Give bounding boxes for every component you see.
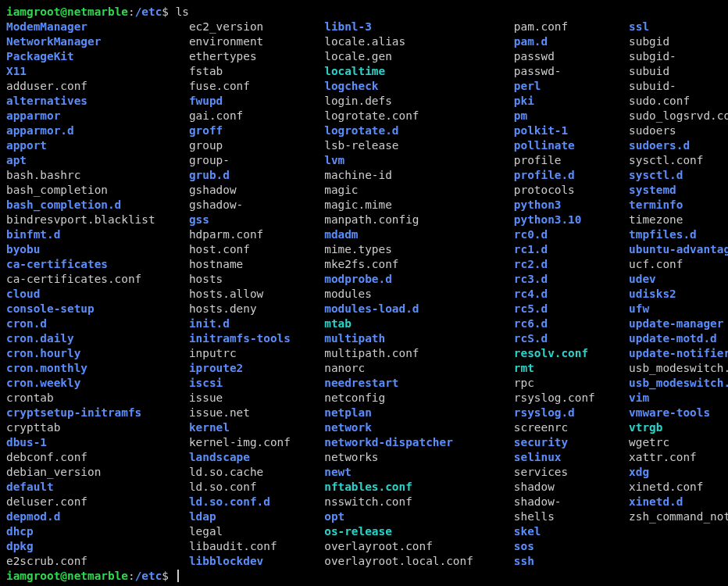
ls-entry: pm [514, 109, 629, 123]
ls-row: bindresvport.blacklist gss manpath.confi… [6, 213, 722, 227]
cursor[interactable] [177, 570, 179, 582]
ls-entry: tmpfiles.d [629, 227, 697, 242]
ls-entry: locale.gen [324, 49, 514, 64]
ls-entry: os-release [324, 524, 514, 539]
ls-entry: pam.conf [514, 20, 629, 34]
ls-entry: manpath.config [324, 213, 514, 227]
ls-entry: newt [324, 465, 514, 480]
ls-entry: hosts.deny [189, 302, 324, 316]
ls-row: cron.hourly inputrc multipath.conf resol… [6, 346, 722, 361]
ls-entry: libnl-3 [324, 20, 514, 34]
ls-row: byobu host.conf mime.types rc1.d ubuntu-… [6, 242, 722, 257]
ls-row: e2scrub.conf libblockdev overlayroot.loc… [6, 554, 722, 569]
ls-entry: gai.conf [189, 109, 324, 123]
ls-entry: shadow- [514, 495, 629, 509]
ls-row: cron.weekly iscsi needrestart rpc usb_mo… [6, 376, 722, 391]
ls-entry: alternatives [6, 94, 189, 109]
ls-entry: apport [6, 138, 189, 153]
ls-entry: login.defs [324, 94, 514, 109]
ls-entry: initramfs-tools [189, 331, 324, 346]
ls-entry: sudo.conf [629, 94, 690, 109]
prompt-at-2: @ [60, 570, 67, 582]
ls-entry: gss [189, 213, 324, 227]
terminal[interactable]: iamgroot@netmarble:/etc$ ls ModemManager… [0, 0, 728, 586]
ls-entry: multipath [324, 331, 514, 346]
ls-entry: overlayroot.conf [324, 539, 514, 554]
ls-entry: magic.mime [324, 198, 514, 213]
ls-entry: fstab [189, 64, 324, 79]
ls-entry: xdg [629, 465, 649, 480]
ls-entry: update-manager [629, 316, 723, 331]
ls-entry: pam.d [514, 34, 629, 49]
ls-entry: machine-id [324, 168, 514, 183]
ls-entry: modules [324, 287, 514, 302]
ls-entry: subgid- [629, 49, 676, 64]
ls-entry: selinux [514, 450, 629, 465]
ls-entry: nsswitch.conf [324, 495, 514, 509]
ls-entry: ssh [514, 554, 629, 569]
ls-entry: networks [324, 450, 514, 465]
ls-row: deluser.conf ld.so.conf.d nsswitch.conf … [6, 495, 722, 509]
ls-entry: network [324, 420, 514, 435]
ls-entry: perl [514, 79, 629, 94]
ls-entry: ufw [629, 302, 649, 316]
ls-entry: xinetd.conf [629, 480, 703, 495]
ls-entry: needrestart [324, 376, 514, 391]
ls-row: depmod.d ldap opt shells zsh_command_not… [6, 509, 722, 524]
ls-entry: landscape [189, 450, 324, 465]
ls-row: ca-certificates.conf hosts modprobe.d rc… [6, 272, 722, 287]
ls-entry: rmt [514, 361, 629, 376]
ls-row: ModemManager ec2_version libnl-3 pam.con… [6, 20, 722, 34]
ls-row: cloud hosts.allow modules rc4.d udisks2 [6, 287, 722, 302]
ls-entry: hostname [189, 257, 324, 272]
ls-entry: bash.bashrc [6, 168, 189, 183]
ls-entry: sudoers [629, 123, 676, 138]
ls-entry: sudo_logsrvd.conf [629, 109, 728, 123]
ls-entry: adduser.conf [6, 79, 189, 94]
ls-entry: rc0.d [514, 227, 629, 242]
ls-entry: rc3.d [514, 272, 629, 287]
ls-row: dhcp legal os-release skel [6, 524, 722, 539]
ls-row: debconf.conf landscape networks selinux … [6, 450, 722, 465]
ls-row: apt group- lvm profile sysctl.conf [6, 153, 722, 168]
ls-entry: cron.daily [6, 331, 189, 346]
ls-entry: rc1.d [514, 242, 629, 257]
ls-entry: issue.net [189, 406, 324, 420]
ls-entry: magic [324, 183, 514, 198]
ls-entry: gshadow [189, 183, 324, 198]
ls-entry: depmod.d [6, 509, 189, 524]
ls-entry: deluser.conf [6, 495, 189, 509]
command-text: ls [176, 5, 189, 18]
prompt-line-2[interactable]: iamgroot@netmarble:/etc$ [6, 569, 722, 584]
ls-entry: rsyslog.d [514, 406, 629, 420]
ls-entry: hosts.allow [189, 287, 324, 302]
ls-entry: update-notifier [629, 346, 728, 361]
ls-entry: hdparm.conf [189, 227, 324, 242]
ls-entry: lsb-release [324, 138, 514, 153]
prompt-host: netmarble [67, 5, 128, 18]
ls-row: bash.bashrc grub.d machine-id profile.d … [6, 168, 722, 183]
prompt-dollar-2: $ [162, 570, 175, 582]
prompt-host-2: netmarble [67, 570, 128, 582]
ls-output: ModemManager ec2_version libnl-3 pam.con… [6, 20, 722, 569]
ls-entry: rpc [514, 376, 629, 391]
ls-row: console-setup hosts.deny modules-load.d … [6, 302, 722, 316]
ls-row: bash_completion.d gshadow- magic.mime py… [6, 198, 722, 213]
ls-entry: overlayroot.local.conf [324, 554, 514, 569]
ls-entry: xinetd.d [629, 495, 683, 509]
ls-entry: crontab [6, 391, 189, 406]
prompt-user-2: iamgroot [6, 570, 60, 582]
ls-entry: fwupd [189, 94, 324, 109]
ls-entry: python3.10 [514, 213, 629, 227]
ls-entry: ubuntu-advantage [629, 242, 728, 257]
ls-entry: ucf.conf [629, 257, 683, 272]
ls-row: apparmor gai.conf logrotate.conf pm sudo… [6, 109, 722, 123]
ls-entry: resolv.conf [514, 346, 629, 361]
ls-entry: ca-certificates [6, 257, 189, 272]
ls-entry: grub.d [189, 168, 324, 183]
ls-entry: passwd- [514, 64, 629, 79]
ls-entry: profile [514, 153, 629, 168]
ls-entry: ld.so.conf.d [189, 495, 324, 509]
ls-entry: debian_version [6, 465, 189, 480]
ls-entry: subgid [629, 34, 669, 49]
